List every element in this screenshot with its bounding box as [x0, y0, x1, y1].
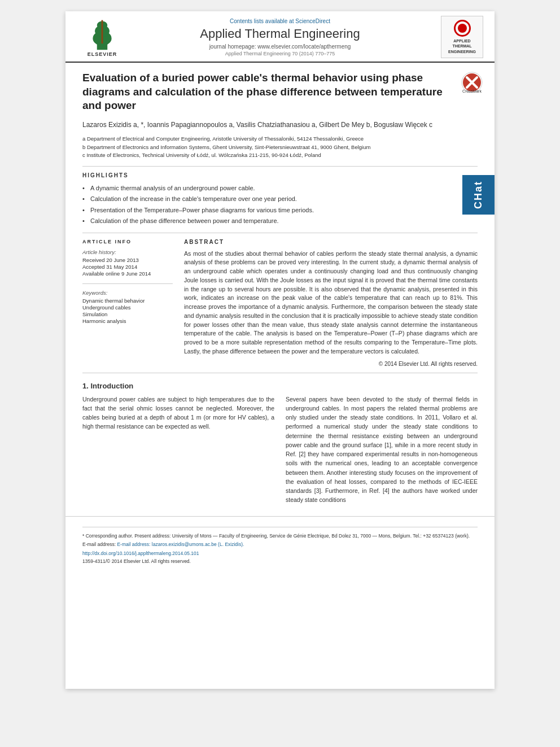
- email-link[interactable]: E-mail address: lazaros.exizidis@umons.a…: [117, 541, 244, 547]
- highlights-section: HIGHLIGHTS A dynamic thermal analysis of…: [82, 172, 478, 227]
- abstract-col: ABSTRACT As most of the studies about th…: [184, 239, 478, 367]
- affiliation-a: a Department of Electrical and Computer …: [82, 135, 478, 143]
- science-direct-link[interactable]: Contents lists available at ScienceDirec…: [230, 18, 330, 24]
- intro-heading: 1. Introduction: [82, 382, 478, 390]
- keyword-3: Simulation: [82, 311, 173, 317]
- logo-inner: [458, 24, 467, 33]
- authors: Lazaros Exizidis a, *, Ioannis Papagiann…: [82, 120, 478, 130]
- article-info-label: ARTICLE INFO: [82, 239, 173, 244]
- highlight-1: A dynamic thermal analysis of an undergr…: [82, 183, 478, 194]
- divider-1: [82, 166, 478, 167]
- doi-line: http://dx.doi.org/10.1016/j.applthermale…: [82, 551, 478, 557]
- keywords-label: Keywords:: [82, 290, 173, 296]
- highlights-label: HIGHLIGHTS: [82, 172, 478, 178]
- crossmark-icon: CrossMark: [461, 71, 483, 94]
- received-date: Received 20 June 2013: [82, 257, 173, 263]
- intro-col-1: Underground power cables are subject to …: [82, 395, 274, 505]
- highlight-2: Calculation of the increase in the cable…: [82, 194, 478, 204]
- article-content: Evaluation of a buried power cable's the…: [65, 63, 495, 513]
- title-block: Evaluation of a buried power cable's the…: [82, 71, 478, 113]
- logo-text: APPLIEDTHERMALENGINEERING: [448, 38, 476, 54]
- accepted-date: Accepted 31 May 2014: [82, 264, 173, 270]
- info-abstract-block: ARTICLE INFO Article history: Received 2…: [82, 239, 478, 367]
- crossmark: CrossMark: [461, 71, 483, 96]
- history-label: Article history:: [82, 249, 173, 255]
- affiliations: a Department of Electrical and Computer …: [82, 135, 478, 159]
- keyword-4: Harmonic analysis: [82, 318, 173, 324]
- highlight-4: Calculation of the phase difference betw…: [82, 216, 478, 226]
- corresponding-author-note: * Corresponding author. Present address:…: [82, 533, 478, 540]
- intro-columns: Underground power cables are subject to …: [82, 395, 478, 505]
- doi-link[interactable]: http://dx.doi.org/10.1016/j.applthermale…: [82, 551, 199, 556]
- abstract-label: ABSTRACT: [184, 239, 478, 245]
- elsevier-text: ELSEVIER: [88, 51, 117, 57]
- intro-col-2: Several papers have been devoted to the …: [286, 395, 478, 505]
- elsevier-logo: ELSEVIER: [77, 18, 128, 57]
- journal-logo-right: APPLIEDTHERMALENGINEERING: [432, 16, 483, 58]
- divider-4: [82, 373, 478, 373]
- chat-panel[interactable]: CHat: [462, 175, 495, 215]
- keyword-2: Underground cables: [82, 304, 173, 311]
- divider-2: [82, 233, 478, 233]
- journal-title: Applied Thermal Engineering: [128, 27, 432, 41]
- keyword-1: Dynamic thermal behavior: [82, 298, 173, 304]
- journal-header: ELSEVIER Contents lists available at Sci…: [65, 11, 495, 63]
- issn-line: 1359-4311/© 2014 Elsevier Ltd. All right…: [82, 558, 478, 565]
- svg-text:CrossMark: CrossMark: [462, 89, 482, 93]
- logo-circle: [454, 20, 471, 37]
- article-title: Evaluation of a buried power cable's the…: [82, 71, 478, 113]
- available-date: Available online 9 June 2014: [82, 270, 173, 277]
- article-footer: * Corresponding author. Present address:…: [65, 516, 495, 572]
- highlights-list: A dynamic thermal analysis of an undergr…: [82, 183, 478, 227]
- journal-header-center: Contents lists available at ScienceDirec…: [128, 18, 432, 56]
- affiliation-b: b Department of Electronics and Informat…: [82, 143, 478, 151]
- journal-number: Applied Thermal Engineering 70 (2014) 77…: [128, 51, 432, 56]
- email-note: E-mail address: E-mail address: lazaros.…: [82, 541, 478, 548]
- copyright: © 2014 Elsevier Ltd. All rights reserved…: [184, 361, 478, 367]
- journal-homepage: journal homepage: www.elsevier.com/locat…: [128, 43, 432, 50]
- article-info-col: ARTICLE INFO Article history: Received 2…: [82, 239, 173, 367]
- email-label: E-mail address:: [82, 541, 117, 547]
- elsevier-tree-icon: [85, 18, 119, 51]
- highlight-3: Presentation of the Temperature–Power ph…: [82, 205, 478, 216]
- affiliation-c: c Institute of Electronics, Technical Un…: [82, 151, 478, 159]
- abstract-text: As most of the studies about thermal beh…: [184, 250, 478, 356]
- applied-thermal-logo-box: APPLIEDTHERMALENGINEERING: [441, 16, 483, 58]
- introduction-section: 1. Introduction Underground power cables…: [82, 382, 478, 505]
- author-names: Lazaros Exizidis a, *, Ioannis Papagiann…: [82, 121, 432, 129]
- divider-3: [82, 283, 173, 284]
- article-page: ELSEVIER Contents lists available at Sci…: [65, 11, 495, 689]
- divider-5: [82, 527, 478, 527]
- article-history: ARTICLE INFO Article history: Received 2…: [82, 239, 173, 277]
- keywords-section: Keywords: Dynamic thermal behavior Under…: [82, 290, 173, 324]
